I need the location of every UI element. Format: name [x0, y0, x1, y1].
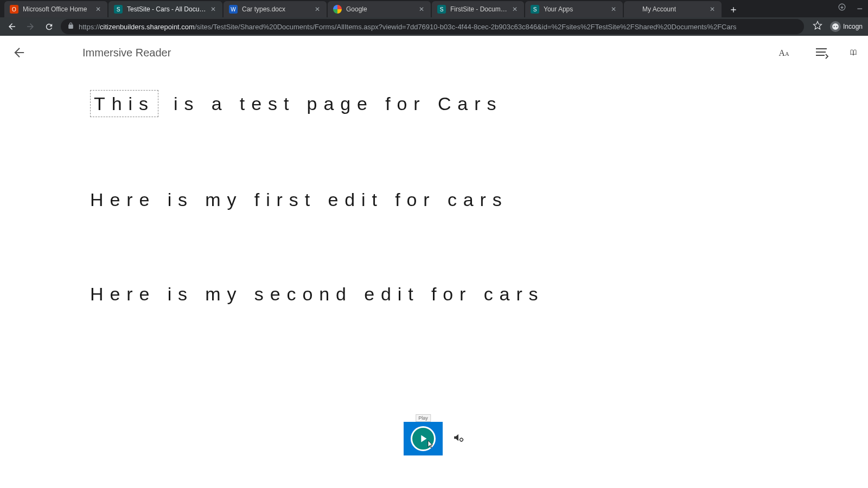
reader-header: Immersive Reader A A — [0, 36, 868, 69]
tab-title: FirstSite - Documents - All Docu... — [450, 5, 509, 13]
paragraph-2: Here is my first edit for cars — [90, 188, 778, 211]
word-icon: W — [229, 5, 238, 14]
tab-2[interactable]: W Car types.docx ✕ — [224, 1, 327, 17]
highlighted-word: This — [90, 90, 158, 117]
profile-badge[interactable]: Incogn — [830, 21, 863, 32]
playback-controls: Play — [404, 422, 464, 455]
tab-title: Google — [346, 5, 416, 13]
back-button[interactable] — [5, 20, 18, 33]
close-icon[interactable]: ✕ — [709, 5, 716, 13]
sharepoint-icon: S — [531, 5, 539, 14]
sharepoint-icon: S — [114, 5, 123, 14]
new-tab-button[interactable] — [726, 2, 741, 17]
tab-5[interactable]: S Your Apps ✕ — [525, 1, 623, 17]
play-tooltip: Play — [416, 414, 431, 422]
office-icon: O — [10, 5, 18, 14]
tab-title: Car types.docx — [242, 5, 311, 13]
reload-button[interactable] — [42, 20, 55, 33]
tab-4[interactable]: S FirstSite - Documents - All Docu... ✕ — [432, 1, 524, 17]
close-icon[interactable]: ✕ — [511, 5, 519, 13]
tab-0[interactable]: O Microsoft Office Home ✕ — [4, 1, 107, 17]
tab-title: Microsoft Office Home — [23, 5, 92, 13]
play-icon — [411, 426, 436, 451]
close-icon[interactable]: ✕ — [314, 5, 321, 13]
sharepoint-icon: S — [437, 5, 446, 14]
tab-strip: O Microsoft Office Home ✕ S TestSite - C… — [0, 0, 868, 17]
reader-title: Immersive Reader — [82, 47, 171, 59]
paragraph-3: Here is my second edit for cars — [90, 282, 778, 306]
window-controls: − — [838, 3, 863, 15]
toolbar-right: Incogn — [813, 21, 863, 33]
tab-3[interactable]: Google ✕ — [328, 1, 431, 17]
text-preferences-button[interactable]: A A — [776, 44, 793, 61]
incognito-icon — [830, 21, 841, 32]
browser-toolbar: https://citizenbuilders.sharepoint.com/s… — [0, 17, 868, 36]
bookmark-icon[interactable] — [813, 21, 822, 33]
close-icon[interactable]: ✕ — [94, 5, 102, 13]
exit-reader-button[interactable] — [11, 44, 28, 61]
lock-icon — [67, 22, 74, 31]
tab-1[interactable]: S TestSite - Cars - All Documents ✕ — [108, 1, 222, 17]
reading-preferences-button[interactable] — [850, 44, 857, 61]
tab-6[interactable]: My Account ✕ — [624, 1, 722, 17]
tab-title: TestSite - Cars - All Documents — [127, 5, 207, 13]
close-icon[interactable]: ✕ — [610, 5, 617, 13]
svg-text:A: A — [779, 48, 786, 57]
url-path: /sites/TestSite/Shared%20Documents/Forms… — [195, 23, 737, 31]
url-scheme: https:// — [79, 23, 100, 31]
url-host: citizenbuilders.sharepoint.com — [100, 23, 195, 31]
voice-settings-button[interactable] — [452, 432, 464, 446]
tab-title: My Account — [642, 5, 706, 13]
browser-chrome: O Microsoft Office Home ✕ S TestSite - C… — [0, 0, 868, 36]
reader-tools: A A — [776, 44, 857, 61]
paragraph-1: This is a test page for Cars — [90, 90, 778, 117]
down-arrow-icon[interactable] — [838, 3, 846, 15]
close-icon[interactable]: ✕ — [209, 5, 217, 13]
address-bar[interactable]: https://citizenbuilders.sharepoint.com/s… — [61, 19, 804, 34]
svg-text:A: A — [785, 51, 789, 57]
google-icon — [333, 5, 342, 14]
forward-button[interactable] — [24, 20, 37, 33]
close-icon[interactable]: ✕ — [418, 5, 425, 13]
svg-point-6 — [460, 438, 463, 441]
play-button[interactable]: Play — [404, 422, 443, 455]
tab-title: Your Apps — [544, 5, 608, 13]
paragraph-text: is a test page for Cars — [162, 93, 503, 114]
microsoft-icon — [629, 5, 638, 14]
reader-content: This is a test page for Cars Here is my … — [0, 69, 868, 397]
profile-label: Incogn — [843, 23, 863, 30]
grammar-options-button[interactable] — [813, 44, 830, 61]
minimize-icon[interactable]: − — [857, 3, 863, 15]
